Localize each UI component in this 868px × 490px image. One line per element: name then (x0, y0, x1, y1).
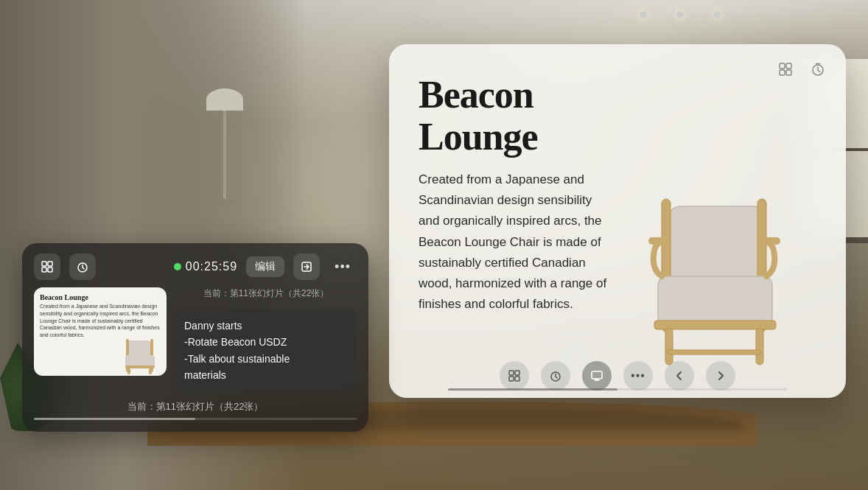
svg-rect-1 (786, 63, 791, 69)
slide-info-top: 当前：第11张幻灯片（共22张） (175, 287, 357, 303)
pres-timer-display: 00:25:59 (174, 260, 237, 273)
pres-timer-text: 00:25:59 (186, 260, 237, 273)
presenter-notes-text: Danny starts -Rotate Beacon USDZ -Talk a… (175, 309, 357, 393)
svg-rect-23 (42, 267, 46, 272)
svg-rect-27 (128, 340, 150, 357)
pres-grid-icon (41, 261, 53, 273)
notes-line-1: Danny starts (184, 318, 348, 334)
timer-active-dot (174, 263, 181, 270)
spotlight-2 (676, 11, 684, 18)
spotlight-1 (640, 11, 647, 18)
pres-clock-icon (77, 261, 88, 273)
svg-rect-30 (125, 355, 155, 367)
pres-edit-button[interactable]: 编辑 (246, 256, 284, 277)
pres-grid-button[interactable] (34, 253, 60, 280)
chevron-left-icon (674, 371, 685, 381)
lamp-head (206, 88, 243, 111)
svg-rect-20 (592, 371, 602, 379)
card-bottom-nav: ••• (389, 354, 846, 398)
chevron-right-icon (715, 371, 726, 381)
slide-thumbnail: Beacon Lounge Created from a Japanese an… (34, 287, 167, 376)
presenter-toolbar: 00:25:59 编辑 ••• (22, 243, 368, 287)
timer-icon-bottom (550, 370, 561, 382)
timer-button-bottom[interactable] (541, 361, 570, 391)
slide-thumb-title: Beacon Lounge (34, 287, 167, 303)
svg-rect-9 (654, 321, 776, 329)
notes-line-4: materials (184, 367, 348, 383)
mini-chair-icon (122, 332, 167, 376)
pres-progress-track (34, 418, 357, 420)
pres-share-button[interactable] (293, 253, 320, 280)
card-progress-fill (448, 388, 617, 391)
card-progress-track (448, 388, 787, 391)
svg-rect-16 (515, 371, 519, 375)
spotlight-3 (713, 11, 721, 18)
slide-counter-bottom: 当前：第11张幻灯片（共22张） (127, 400, 264, 413)
svg-rect-21 (42, 262, 46, 266)
pres-more-button[interactable]: ••• (329, 256, 357, 278)
svg-rect-17 (509, 377, 514, 381)
svg-rect-18 (515, 377, 519, 381)
product-image-area (625, 74, 816, 368)
product-description: Created from a Japanese and Scandinavian… (419, 169, 610, 314)
product-card-inner: Beacon Lounge Created from a Japanese an… (389, 44, 846, 398)
floor-lamp (206, 88, 243, 205)
more-dots-icon: ••• (631, 369, 645, 382)
presenter-notes-panel: 当前：第11张幻灯片（共22张） Danny starts -Rotate Be… (175, 287, 357, 393)
pres-bottom-bar: 当前：第11张幻灯片（共22张） (22, 393, 368, 413)
product-card: Beacon Lounge Created from a Japanese an… (389, 44, 846, 398)
more-button-bottom[interactable]: ••• (623, 361, 653, 391)
svg-rect-22 (48, 262, 52, 266)
pres-share-icon (301, 261, 312, 273)
product-title: Beacon Lounge (419, 74, 610, 158)
pres-more-icon: ••• (335, 259, 351, 274)
svg-rect-0 (780, 63, 785, 69)
grid-icon-bottom (508, 370, 520, 382)
presenter-content-area: Beacon Lounge Created from a Japanese an… (22, 287, 368, 393)
slide-thumb-image (115, 324, 167, 376)
svg-rect-5 (669, 206, 765, 280)
svg-rect-12 (648, 237, 669, 245)
svg-rect-24 (48, 267, 52, 272)
screen-icon-bottom (591, 370, 603, 382)
pres-timer-icon-button[interactable] (69, 253, 96, 280)
svg-rect-15 (509, 371, 514, 375)
pres-progress-fill (34, 418, 195, 420)
product-text-area: Beacon Lounge Created from a Japanese an… (419, 74, 610, 368)
presenter-panel: 00:25:59 编辑 ••• Beacon Lounge Created fr… (22, 243, 368, 432)
svg-rect-31 (125, 365, 155, 368)
svg-rect-32 (127, 368, 130, 374)
notes-line-2: -Rotate Beacon USDZ (184, 334, 348, 350)
lamp-pole (223, 111, 226, 199)
grid-view-button-bottom[interactable] (500, 361, 529, 391)
notes-line-3: -Talk about sustainable (184, 351, 348, 367)
chair-illustration (640, 162, 816, 368)
prev-slide-button[interactable] (665, 361, 694, 391)
lamp-base (214, 199, 236, 205)
next-slide-button[interactable] (706, 361, 735, 391)
svg-rect-13 (760, 237, 780, 245)
ceiling-spotlights (640, 0, 721, 18)
svg-rect-33 (149, 368, 152, 374)
screen-button-bottom[interactable] (582, 361, 612, 391)
